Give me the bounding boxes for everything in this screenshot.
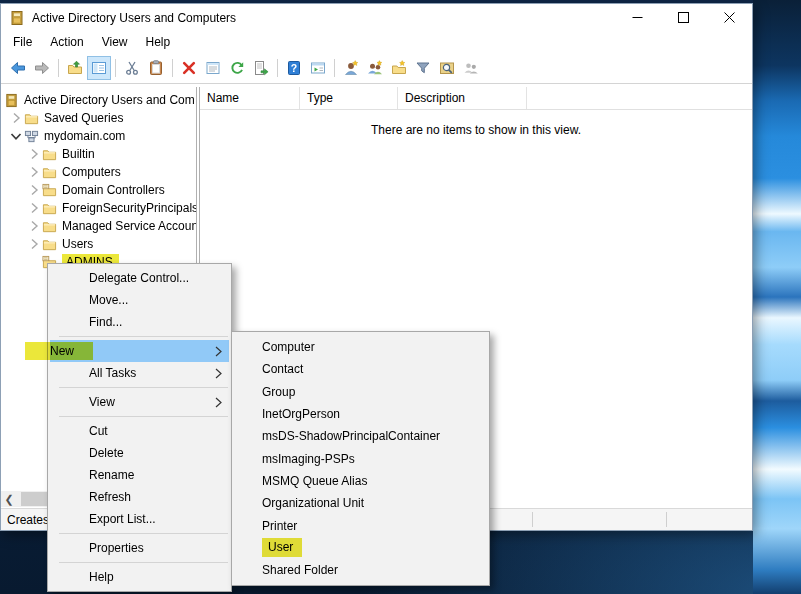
menu-item-label: All Tasks: [89, 366, 136, 380]
expand-chevron-icon[interactable]: [25, 146, 42, 162]
back-button[interactable]: [6, 56, 30, 80]
submenu-item-organizational-unit[interactable]: Organizational Unit: [234, 492, 487, 514]
find-button[interactable]: [435, 56, 459, 80]
context-menu-item-properties[interactable]: Properties: [50, 537, 229, 559]
toolbar-separator: [58, 59, 59, 77]
expand-chevron-icon[interactable]: [7, 128, 24, 144]
submenu-item-msmq-queue-alias[interactable]: MSMQ Queue Alias: [234, 470, 487, 492]
toolbar-separator: [115, 59, 116, 77]
properties-list-button[interactable]: [201, 56, 225, 80]
help-icon: ?: [286, 60, 302, 76]
menubar-view[interactable]: View: [93, 32, 137, 52]
expand-chevron-icon[interactable]: [25, 200, 42, 216]
find-icon: [439, 60, 455, 76]
context-menu-item-refresh[interactable]: Refresh: [50, 486, 229, 508]
scroll-left-arrow-icon[interactable]: ❮: [1, 491, 17, 507]
expand-chevron-icon[interactable]: [25, 236, 42, 252]
submenu-item-inetorgperson[interactable]: InetOrgPerson: [234, 403, 487, 425]
tree-item-label: Saved Queries: [44, 111, 123, 125]
tree-item-foreignsecurityprincipals[interactable]: ForeignSecurityPrincipals: [1, 199, 196, 217]
filter-icon: [415, 60, 431, 76]
context-menu: Delegate Control...Move...Find...NewAll …: [47, 263, 232, 592]
export-list-button[interactable]: [249, 56, 273, 80]
column-header-name[interactable]: Name: [200, 87, 300, 109]
show-console-tree-button[interactable]: [87, 56, 111, 80]
help-button[interactable]: ?: [282, 56, 306, 80]
tree-item-active-directory-users-and-com[interactable]: Active Directory Users and Com: [1, 91, 196, 109]
ou-folder-icon: [42, 182, 59, 198]
tree-item-computers[interactable]: Computers: [1, 163, 196, 181]
submenu-item-printer[interactable]: Printer: [234, 514, 487, 536]
wallpaper-light-beams: [753, 0, 801, 594]
expand-chevron-icon[interactable]: [7, 110, 24, 126]
forward-button[interactable]: [30, 56, 54, 80]
menu-item-label: Properties: [89, 541, 144, 555]
expand-chevron-icon[interactable]: [25, 164, 42, 180]
submenu-item-label: InetOrgPerson: [262, 407, 340, 421]
show-window-icon: [310, 60, 326, 76]
menu-separator: [59, 562, 228, 563]
context-menu-item-delegate-control[interactable]: Delegate Control...: [50, 267, 229, 289]
delete-button[interactable]: [177, 56, 201, 80]
menu-item-label: Move...: [89, 293, 128, 307]
menubar-help[interactable]: Help: [137, 32, 180, 52]
refresh-button[interactable]: [225, 56, 249, 80]
submenu-item-computer[interactable]: Computer: [234, 336, 487, 358]
show-window-button[interactable]: [306, 56, 330, 80]
new-group-icon: [367, 60, 383, 76]
cut-button[interactable]: [120, 56, 144, 80]
up-one-level-button[interactable]: [63, 56, 87, 80]
menubar-action[interactable]: Action: [41, 32, 92, 52]
submenu-item-label: Organizational Unit: [262, 496, 364, 510]
paste-button[interactable]: [144, 56, 168, 80]
menu-item-label: Export List...: [89, 512, 156, 526]
folder-icon: [42, 164, 59, 180]
new-user-icon: [343, 60, 359, 76]
tree-item-saved-queries[interactable]: Saved Queries: [1, 109, 196, 127]
tree-item-users[interactable]: Users: [1, 235, 196, 253]
new-user-button[interactable]: [339, 56, 363, 80]
context-menu-item-find[interactable]: Find...: [50, 311, 229, 333]
tree-item-domain-controllers[interactable]: Domain Controllers: [1, 181, 196, 199]
maximize-button[interactable]: [660, 4, 706, 31]
members-button[interactable]: [459, 56, 483, 80]
filter-button[interactable]: [411, 56, 435, 80]
window-title: Active Directory Users and Computers: [32, 11, 236, 25]
context-menu-item-rename[interactable]: Rename: [50, 464, 229, 486]
new-ou-icon: [391, 60, 407, 76]
submenu-item-msds-shadowprincipalcontainer[interactable]: msDS-ShadowPrincipalContainer: [234, 425, 487, 447]
menu-item-label: Find...: [89, 315, 122, 329]
new-ou-button[interactable]: [387, 56, 411, 80]
toolbar-separator: [172, 59, 173, 77]
expand-chevron-icon[interactable]: [25, 182, 42, 198]
submenu-item-label: Group: [262, 385, 295, 399]
folder-icon: [42, 218, 59, 234]
menubar-file[interactable]: File: [4, 32, 41, 52]
close-button[interactable]: [706, 4, 752, 31]
column-header-description[interactable]: Description: [398, 87, 527, 109]
tree-item-mydomain-com[interactable]: mydomain.com: [1, 127, 196, 145]
menu-item-label: Cut: [89, 424, 108, 438]
column-header-type[interactable]: Type: [300, 87, 398, 109]
column-header-filler: [527, 87, 752, 109]
expand-chevron-icon[interactable]: [25, 218, 42, 234]
submenu-item-shared-folder[interactable]: Shared Folder: [234, 559, 487, 581]
submenu-item-user[interactable]: User: [234, 537, 487, 559]
submenu-item-group[interactable]: Group: [234, 381, 487, 403]
context-menu-item-delete[interactable]: Delete: [50, 442, 229, 464]
title-bar: Active Directory Users and Computers: [1, 4, 752, 31]
submenu-item-contact[interactable]: Contact: [234, 358, 487, 380]
tree-item-managed-service-accounts[interactable]: Managed Service Accounts: [1, 217, 196, 235]
export-list-icon: [253, 60, 269, 76]
context-menu-item-all-tasks[interactable]: All Tasks: [50, 362, 229, 384]
submenu-item-msimaging-psps[interactable]: msImaging-PSPs: [234, 447, 487, 469]
context-menu-item-view[interactable]: View: [50, 391, 229, 413]
context-menu-item-new[interactable]: New: [50, 340, 229, 362]
tree-item-builtin[interactable]: Builtin: [1, 145, 196, 163]
context-menu-item-cut[interactable]: Cut: [50, 420, 229, 442]
new-group-button[interactable]: [363, 56, 387, 80]
context-menu-item-export-list[interactable]: Export List...: [50, 508, 229, 530]
context-menu-item-move[interactable]: Move...: [50, 289, 229, 311]
minimize-button[interactable]: [614, 4, 660, 31]
context-menu-item-help[interactable]: Help: [50, 566, 229, 588]
